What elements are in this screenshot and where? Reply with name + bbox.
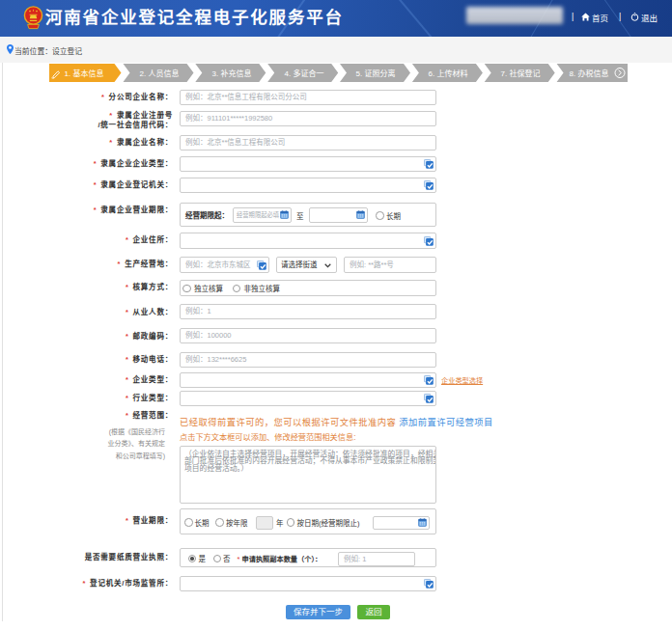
svg-text:2. 人员信息: 2. 人员信息 — [140, 68, 180, 78]
svg-text:4. 多证合一: 4. 多证合一 — [285, 68, 324, 78]
svg-text:3. 补充信息: 3. 补充信息 — [212, 68, 252, 78]
svg-text:7. 社保登记: 7. 社保登记 — [501, 68, 541, 78]
svg-text:8. 办税信息: 8. 办税信息 — [570, 68, 609, 78]
svg-text:5. 证照分离: 5. 证照分离 — [356, 68, 396, 78]
svg-text:1. 基本信息: 1. 基本信息 — [65, 68, 104, 78]
svg-text:6. 上传材料: 6. 上传材料 — [429, 68, 468, 78]
